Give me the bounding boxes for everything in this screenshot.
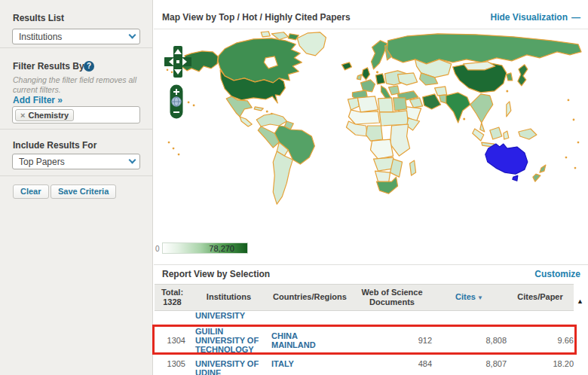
sidebar-divider [0, 129, 153, 130]
map-zoom-control[interactable] [170, 84, 183, 119]
esi-indicators-page: Results List Institutions Filter Results… [0, 0, 588, 375]
country-link[interactable]: ITALY [271, 359, 326, 368]
scroll-up-icon[interactable]: ▲ [577, 297, 583, 305]
column-header-cites-sorted[interactable]: Cites▼ [432, 292, 507, 302]
documents-cell: 484 [352, 359, 432, 368]
institution-link[interactable]: UNIVERSITY [195, 311, 265, 320]
results-list-label: Results List [13, 13, 64, 23]
clear-button[interactable]: Clear [13, 184, 49, 199]
legend-gradient-bar: 78,270 [162, 242, 248, 254]
column-header-documents[interactable]: Web of Science Documents [352, 288, 432, 307]
include-results-selected-value: Top Papers [19, 157, 65, 167]
visualization-panel: Map View by Top / Hot / Highly Cited Pap… [154, 0, 588, 375]
chevron-down-icon [124, 29, 139, 44]
remove-filter-icon[interactable]: × [20, 111, 25, 120]
cites-cell: 8,807 [432, 359, 507, 368]
cites-per-paper-cell: 18.20 [507, 359, 574, 368]
sidebar-divider [0, 47, 153, 48]
results-list-selected-value: Institutions [19, 32, 62, 42]
map-countries[interactable] [181, 32, 581, 204]
world-choropleth-map[interactable] [158, 30, 585, 226]
cites-cell: 8,808 [432, 336, 507, 345]
country-link[interactable]: CHINA MAINLAND [271, 331, 326, 349]
hide-visualization-link[interactable]: Hide Visualization— [491, 12, 580, 23]
help-icon[interactable]: ? [84, 61, 94, 72]
filter-note: Changing the filter field removes all cu… [13, 75, 142, 95]
report-view-title: Report View by Selection [162, 269, 270, 279]
filter-tag-chemistry[interactable]: × Chemistry [15, 109, 74, 121]
sort-descending-icon: ▼ [477, 294, 483, 301]
map-country-australia-selected[interactable] [485, 144, 528, 181]
zoom-out-button[interactable] [173, 111, 179, 113]
filter-tag-label: Chemistry [28, 111, 69, 120]
header-divider [154, 29, 588, 29]
globe-reset-button[interactable] [172, 97, 181, 106]
rank-cell: 1304 [155, 336, 190, 345]
save-criteria-button[interactable]: Save Criteria [51, 184, 116, 199]
world-map-container [158, 30, 585, 226]
column-header-cites-per-paper[interactable]: Cites/Paper [507, 292, 574, 302]
results-list-select[interactable]: Institutions [12, 29, 140, 44]
customize-link[interactable]: Customize [534, 269, 580, 279]
active-filters-field[interactable]: × Chemistry [12, 106, 140, 123]
map-color-legend: 0 78,270 [154, 242, 259, 255]
add-filter-link[interactable]: Add Filter » [13, 95, 63, 105]
legend-min-value: 0 [155, 245, 160, 253]
table-row-highlighted[interactable]: 1304 GUILIN UNIVERSITY OF TECHNOLOGY CHI… [155, 325, 574, 355]
institution-link[interactable]: GUILIN UNIVERSITY OF TECHNOLOGY [195, 327, 265, 354]
map-view-title: Map View by Top / Hot / Highly Cited Pap… [162, 12, 351, 23]
filter-results-by-label: Filter Results By [13, 61, 84, 72]
include-results-for-label: Include Results For [13, 140, 96, 151]
map-pan-control[interactable] [164, 45, 191, 78]
include-results-select[interactable]: Top Papers [12, 154, 140, 169]
rank-cell: 1305 [155, 359, 190, 368]
column-header-institutions[interactable]: Institutions [190, 292, 268, 302]
results-table-header: Total: 1328 Institutions Countries/Regio… [155, 284, 574, 311]
cites-per-paper-cell: 9.66 [507, 336, 574, 345]
institution-link[interactable]: UNIVERSITY OF UDINE [195, 359, 265, 375]
results-table-body: UNIVERSITY 1304 GUILIN UNIVERSITY OF TEC… [155, 311, 574, 375]
chevron-down-icon [124, 154, 139, 169]
column-header-countries[interactable]: Countries/Regions [268, 292, 352, 302]
table-row-partial[interactable]: UNIVERSITY [155, 311, 574, 325]
sidebar-divider [0, 175, 153, 176]
section-divider [154, 264, 588, 265]
minus-icon: — [571, 12, 580, 23]
column-header-total: Total: 1328 [155, 288, 190, 307]
legend-max-value: 78,270 [209, 244, 234, 253]
documents-cell: 912 [352, 336, 432, 345]
filters-sidebar: Results List Institutions Filter Results… [0, 0, 153, 375]
table-row[interactable]: 1305 UNIVERSITY OF UDINE ITALY 484 8,807… [155, 355, 574, 375]
